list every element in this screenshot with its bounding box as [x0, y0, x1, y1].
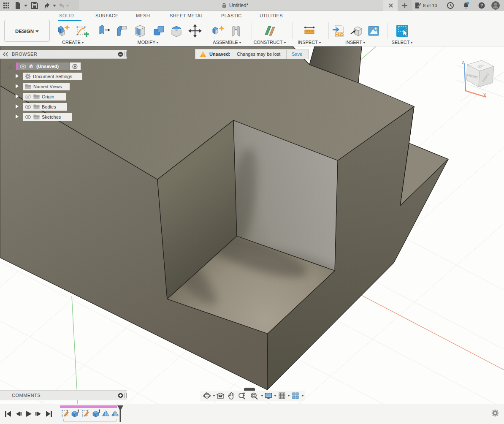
help-icon[interactable]: ?: [478, 2, 485, 9]
browser-item-bodies[interactable]: Bodies: [0, 103, 127, 111]
tab-mesh[interactable]: MESH: [136, 13, 150, 18]
eye-icon[interactable]: [25, 104, 31, 109]
app-grid-icon[interactable]: [3, 2, 10, 9]
timeline-settings-gear-icon[interactable]: [491, 409, 499, 417]
zoom-window-icon[interactable]: [250, 391, 258, 400]
comments-bar[interactable]: COMMENTS: [0, 390, 127, 400]
step-forward-button[interactable]: [34, 409, 43, 419]
pan-icon[interactable]: [227, 391, 236, 400]
orbit-icon[interactable]: [203, 391, 211, 400]
file-menu-caret[interactable]: [24, 5, 27, 7]
save-icon[interactable]: [31, 2, 38, 9]
expand-comments-icon[interactable]: [118, 393, 123, 398]
design-workspace-dropdown[interactable]: DESIGN: [4, 20, 50, 42]
radio-target-icon[interactable]: [72, 64, 78, 69]
item-chip[interactable]: Origin: [23, 93, 66, 101]
browser-item-named-views[interactable]: Named Views: [0, 83, 127, 90]
eye-icon[interactable]: [20, 64, 26, 69]
assemble-group-label[interactable]: ASSEMBLE: [209, 40, 245, 45]
timeline-feature-sketch[interactable]: [61, 409, 70, 418]
timeline-feature-extrude[interactable]: [92, 409, 100, 418]
notifications-icon[interactable]: [462, 2, 470, 9]
move-copy-icon[interactable]: [188, 24, 202, 38]
viewports-caret[interactable]: [301, 395, 304, 397]
grid-caret[interactable]: [287, 395, 290, 397]
clock-icon[interactable]: [447, 2, 454, 9]
close-tab-icon[interactable]: [387, 2, 395, 9]
redo-icon[interactable]: [57, 2, 65, 9]
press-pull-icon[interactable]: [97, 24, 111, 38]
expand-closed-icon[interactable]: [16, 114, 19, 119]
skip-to-end-button[interactable]: [44, 409, 54, 419]
versions-icon[interactable]: [414, 2, 422, 9]
select-group-label[interactable]: SELECT: [387, 40, 418, 45]
panel-minimize-icon[interactable]: [118, 52, 123, 57]
file-icon[interactable]: [14, 2, 22, 9]
fillet-icon[interactable]: [115, 24, 129, 38]
expand-closed-icon[interactable]: [16, 74, 19, 78]
insert-svg-icon[interactable]: SVG: [332, 24, 346, 38]
insert-derive-icon[interactable]: [349, 24, 363, 38]
play-button[interactable]: [24, 409, 33, 419]
step-back-button[interactable]: [14, 409, 23, 419]
select-icon[interactable]: [395, 24, 409, 38]
display-caret[interactable]: [274, 395, 276, 397]
browser-item-sketches[interactable]: Sketches: [0, 113, 127, 121]
tab-utilities[interactable]: UTILITIES: [260, 13, 283, 18]
zoom-icon[interactable]: [238, 391, 246, 400]
expand-closed-icon[interactable]: [16, 84, 19, 88]
tab-surface[interactable]: SURFACE: [95, 13, 119, 18]
undo-icon[interactable]: [43, 2, 51, 9]
viewports-icon[interactable]: [291, 391, 300, 400]
eye-icon[interactable]: [25, 114, 31, 120]
tab-sheet-metal[interactable]: SHEET METAL: [170, 13, 203, 18]
modify-group-label[interactable]: MODIFY: [129, 40, 168, 45]
display-settings-icon[interactable]: [264, 391, 273, 400]
tab-solid[interactable]: SOLID: [59, 13, 74, 18]
zoom-window-caret[interactable]: [261, 395, 263, 397]
joint-icon[interactable]: [229, 24, 243, 38]
panel-grip[interactable]: [125, 52, 127, 57]
canvas-icon[interactable]: [366, 24, 381, 38]
construct-group-label[interactable]: CONSTRUCT: [250, 40, 290, 45]
item-chip[interactable]: Named Views: [23, 83, 70, 90]
expand-open-icon[interactable]: [7, 64, 12, 69]
shell-icon[interactable]: [133, 24, 147, 38]
create-group-label[interactable]: CREATE: [57, 40, 89, 45]
measure-icon[interactable]: [302, 24, 317, 38]
construction-plane-icon[interactable]: [263, 24, 277, 38]
panel-grip[interactable]: [125, 393, 127, 398]
browser-item-origin[interactable]: Origin: [0, 93, 127, 101]
split-body-icon[interactable]: [169, 24, 184, 38]
browser-root-row[interactable]: (Unsaved): [0, 63, 127, 70]
combine-icon[interactable]: [152, 24, 166, 38]
orbit-caret[interactable]: [213, 395, 215, 397]
new-tab-icon[interactable]: [401, 2, 409, 9]
look-at-icon[interactable]: [216, 391, 225, 400]
timeline-feature-mirror[interactable]: [101, 409, 110, 418]
timeline-position-marker[interactable]: [117, 405, 124, 423]
activate-component-chip[interactable]: [70, 63, 81, 70]
eye-hidden-icon[interactable]: [25, 94, 31, 99]
create-sketch-icon[interactable]: [75, 24, 89, 38]
item-chip[interactable]: Bodies: [23, 103, 67, 111]
timeline-feature-sketch[interactable]: [81, 409, 90, 418]
insert-group-label[interactable]: INSERT: [340, 40, 371, 45]
timeline-feature-extrude[interactable]: [70, 409, 79, 418]
banner-save-button[interactable]: Save: [292, 52, 302, 57]
inspect-group-label[interactable]: INSPECT: [295, 40, 324, 45]
collapse-panel-icon[interactable]: [3, 52, 8, 57]
item-chip[interactable]: Sketches: [23, 113, 72, 121]
grid-settings-icon[interactable]: [278, 391, 286, 400]
redo-menu-caret[interactable]: [66, 5, 69, 7]
root-chip[interactable]: (Unsaved): [16, 63, 69, 70]
skip-to-start-button[interactable]: [3, 409, 13, 419]
browser-item-document-settings[interactable]: Document Settings: [0, 73, 127, 80]
expand-closed-icon[interactable]: [16, 104, 19, 109]
expand-closed-icon[interactable]: [16, 94, 19, 98]
view-cube[interactable]: TOP FRONT RIGHT Z X: [457, 60, 504, 101]
undo-menu-caret[interactable]: [53, 5, 56, 7]
item-chip[interactable]: Document Settings: [23, 73, 82, 80]
tab-plastic[interactable]: PLASTIC: [221, 13, 242, 18]
avatar[interactable]: [491, 1, 500, 10]
